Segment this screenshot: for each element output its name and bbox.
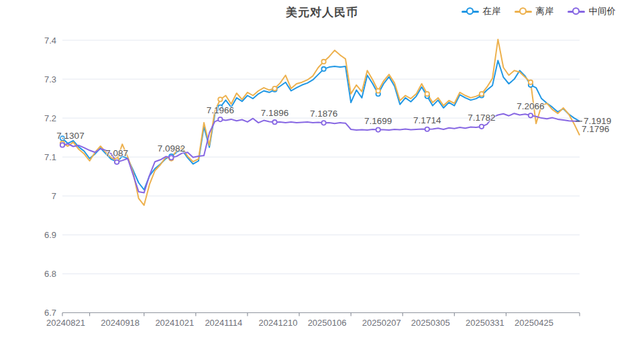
data-point-marker [60,143,64,147]
x-axis-tick-label: 20250425 [515,318,553,328]
legend-item-offshore[interactable]: 离岸 [515,5,554,17]
series-line-中间价 [62,113,580,192]
point-value-label: 7.1307 [56,131,84,141]
point-value-label: 7.1896 [261,108,288,118]
point-value-label: 7.1782 [468,113,495,123]
x-axis-tick-label: 20240821 [46,318,85,328]
y-axis-tick-label: 7.3 [44,74,56,84]
point-value-label: 7.1876 [310,109,337,119]
x-axis-tick-label: 20241210 [259,318,298,328]
data-point-marker [272,120,276,124]
point-value-label: 7.0982 [158,143,185,154]
point-value-label: 7.1966 [207,105,234,115]
fx-chart-page: 美元对人民币 在岸 离岸 中间价 7.47.37.27.176.96.86.72… [0,0,644,362]
x-axis-tick-label: 20250305 [411,318,450,328]
data-point-marker [321,67,325,71]
y-axis-tick-label: 7.4 [44,36,56,46]
data-point-marker [480,92,484,96]
line-chart-canvas: 7.47.37.27.176.96.86.7202408212024091820… [0,0,644,362]
y-axis-tick-label: 6.7 [44,308,56,318]
chart-legend: 在岸 离岸 中间价 [462,5,616,17]
line-series-icon [515,7,532,16]
y-axis-tick-label: 7.2 [44,113,56,123]
legend-item-midprice[interactable]: 中间价 [568,5,616,17]
data-point-marker [169,156,173,160]
data-point-marker [480,125,484,129]
point-value-label: 7.1699 [364,116,392,126]
point-value-label: 7.2066 [517,101,544,111]
x-axis-tick-label: 20241114 [205,318,242,328]
x-axis-tick-label: 20240918 [101,318,140,328]
legend-item-onshore[interactable]: 在岸 [462,5,501,17]
series-end-value-label: 7.1796 [582,124,609,134]
legend-item-label: 离岸 [536,5,554,17]
data-point-marker [115,160,119,164]
line-series-icon [568,7,585,16]
data-point-marker [218,117,222,121]
data-point-marker [321,121,325,125]
y-axis-tick-label: 7 [52,191,56,201]
x-axis-tick-label: 20250207 [362,318,401,328]
data-point-marker [321,60,325,64]
data-point-marker [425,127,429,131]
line-series-icon [462,7,479,16]
data-point-marker [218,97,222,101]
data-point-marker [272,86,276,90]
x-axis-tick-label: 20250331 [466,318,504,328]
y-axis-tick-label: 6.9 [44,230,56,240]
point-value-label: 7.087 [105,148,128,158]
series-line-在岸 [62,60,580,190]
legend-item-label: 在岸 [483,5,501,17]
legend-item-label: 中间价 [589,5,616,17]
data-point-marker [529,113,533,117]
data-point-marker [376,127,380,131]
y-axis-tick-label: 6.8 [44,269,56,279]
data-point-marker [425,92,429,96]
data-point-marker [376,88,380,93]
data-point-marker [529,80,533,84]
y-axis-tick-label: 7.1 [44,152,56,162]
point-value-label: 7.1714 [413,115,441,125]
x-axis-tick-label: 20241021 [155,318,194,328]
x-axis-tick-label: 20250106 [308,318,347,328]
